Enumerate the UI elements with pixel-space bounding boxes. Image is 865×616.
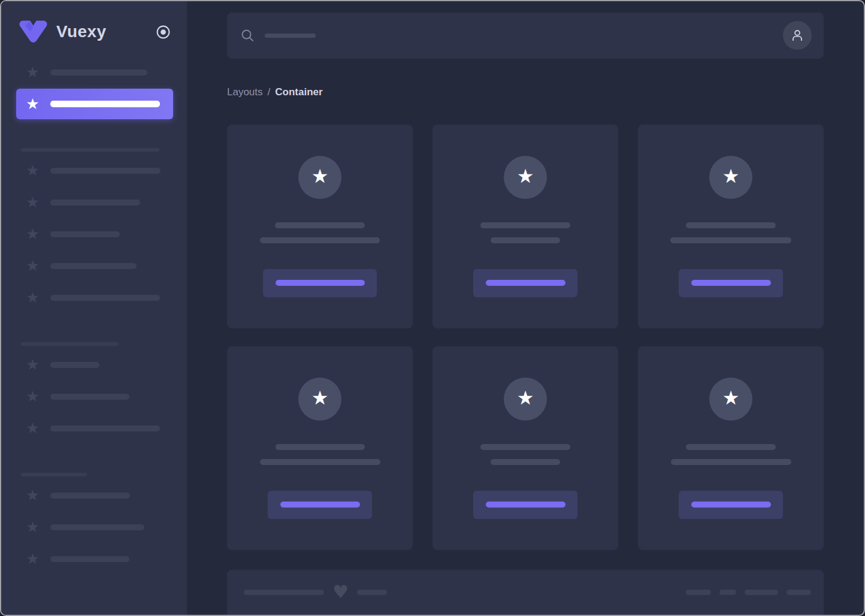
card-button[interactable]: [263, 269, 377, 297]
sidebar-menu-item[interactable]: ★: [1, 218, 187, 250]
menu-item-label-skeleton: [50, 295, 160, 301]
search-bar[interactable]: [227, 13, 824, 59]
star-icon: ★: [25, 65, 40, 80]
card-button[interactable]: [679, 269, 783, 297]
footer-link-skeleton: [787, 590, 811, 595]
card-avatar-circle: ★: [709, 156, 752, 199]
star-icon: ★: [25, 195, 40, 210]
footer-links: [686, 590, 811, 595]
card-subtitle-skeleton: [671, 459, 791, 465]
sidebar-menu-item[interactable]: ★: [1, 511, 187, 543]
card-subtitle-skeleton: [491, 237, 560, 243]
user-avatar[interactable]: [783, 21, 812, 50]
sidebar-menu-item[interactable]: ★: [1, 56, 187, 88]
main-content: Layouts / Container ★ ★ ★: [187, 1, 864, 615]
card-avatar-circle: ★: [709, 378, 752, 421]
vuexy-logo-icon: [19, 20, 47, 43]
star-icon: ★: [25, 96, 40, 111]
breadcrumb: Layouts / Container: [227, 86, 824, 98]
star-icon: ★: [25, 551, 40, 566]
brand-row: Vuexy: [1, 1, 187, 43]
card-title-skeleton: [480, 222, 570, 228]
menu-item-label-skeleton: [50, 524, 144, 530]
footer-text-skeleton: [357, 590, 387, 595]
sidebar-menu-item[interactable]: ★: [1, 250, 187, 282]
card-avatar-circle: ★: [298, 156, 341, 199]
footer-link-skeleton: [686, 590, 711, 595]
breadcrumb-section[interactable]: Layouts: [227, 86, 263, 98]
menu-item-label-skeleton: [50, 231, 120, 237]
star-icon: ★: [25, 488, 40, 503]
card-title-skeleton: [275, 222, 365, 228]
menu-item-label-skeleton: [50, 425, 160, 431]
sidebar-menu-item[interactable]: ★: [1, 543, 187, 575]
card-grid: ★ ★ ★ ★: [227, 125, 824, 550]
card-button[interactable]: [679, 491, 783, 519]
button-label-skeleton: [280, 502, 360, 508]
card-title-skeleton: [686, 222, 776, 228]
sidebar-menu-item[interactable]: ★: [1, 155, 187, 186]
star-icon: ★: [25, 290, 40, 305]
brand-title: Vuexy: [56, 22, 106, 41]
sidebar-menu-item[interactable]: ★: [1, 381, 187, 412]
button-label-skeleton: [691, 280, 771, 286]
sidebar-menu-item[interactable]: ★: [1, 349, 187, 381]
sidebar-menu: ★ ★ ★ ★ ★ ★ ★ ★ ★ ★ ★ ★: [1, 43, 187, 575]
breadcrumb-separator: /: [268, 86, 271, 98]
card-title-skeleton: [276, 444, 365, 450]
star-icon: ★: [722, 167, 740, 188]
breadcrumb-current: Container: [275, 86, 322, 98]
sidebar-menu-item[interactable]: ★: [1, 186, 187, 218]
menu-item-label-skeleton: [50, 493, 130, 499]
sidebar-menu-item[interactable]: ★: [1, 412, 187, 444]
menu-item-label-skeleton: [50, 394, 129, 400]
card-subtitle-skeleton: [670, 237, 791, 243]
footer-bar: ♥: [227, 570, 824, 615]
heart-icon: ♥: [332, 583, 349, 601]
star-icon: ★: [722, 388, 740, 410]
placeholder-card: ★: [227, 125, 413, 328]
menu-item-label-skeleton: [50, 101, 160, 107]
card-avatar-circle: ★: [504, 156, 547, 199]
sidebar-menu-item[interactable]: ★: [1, 282, 187, 313]
placeholder-card: ★: [227, 346, 413, 550]
card-subtitle-skeleton: [260, 237, 380, 243]
card-avatar-circle: ★: [504, 378, 547, 421]
placeholder-card: ★: [638, 346, 824, 550]
search-placeholder-skeleton: [265, 34, 316, 38]
menu-item-label-skeleton: [50, 263, 137, 269]
menu-pin-toggle-icon[interactable]: [156, 25, 171, 40]
footer-link-skeleton: [745, 590, 778, 595]
footer-text-skeleton: [244, 590, 324, 595]
placeholder-card: ★: [432, 125, 618, 328]
sidebar-menu-item[interactable]: ★: [1, 479, 187, 511]
sidebar: Vuexy ★ ★ ★ ★ ★ ★ ★: [1, 1, 187, 615]
button-label-skeleton: [276, 280, 365, 286]
star-icon: ★: [25, 389, 40, 404]
placeholder-card: ★: [432, 346, 618, 550]
card-avatar-circle: ★: [298, 378, 341, 421]
card-subtitle-skeleton: [491, 459, 560, 465]
card-title-skeleton: [686, 444, 776, 450]
menu-item-label-skeleton: [50, 200, 140, 206]
menu-section-header-skeleton: [21, 148, 159, 152]
star-icon: ★: [25, 163, 40, 178]
menu-item-label-skeleton: [50, 362, 99, 368]
menu-section-header-skeleton: [21, 342, 119, 346]
sidebar-menu-item-active[interactable]: ★: [16, 89, 173, 119]
card-button[interactable]: [268, 491, 372, 519]
star-icon: ★: [25, 520, 40, 535]
star-icon: ★: [311, 167, 329, 188]
star-icon: ★: [25, 227, 40, 241]
card-button[interactable]: [473, 491, 577, 519]
menu-item-label-skeleton: [50, 556, 129, 562]
app-window: Vuexy ★ ★ ★ ★ ★ ★ ★: [0, 0, 865, 616]
card-title-skeleton: [480, 444, 570, 450]
star-icon: ★: [25, 421, 40, 436]
menu-item-label-skeleton: [50, 70, 147, 76]
button-label-skeleton: [486, 280, 565, 286]
card-button[interactable]: [473, 269, 577, 297]
star-icon: ★: [517, 167, 534, 188]
star-icon: ★: [517, 388, 534, 410]
menu-section-header-skeleton: [21, 473, 87, 476]
